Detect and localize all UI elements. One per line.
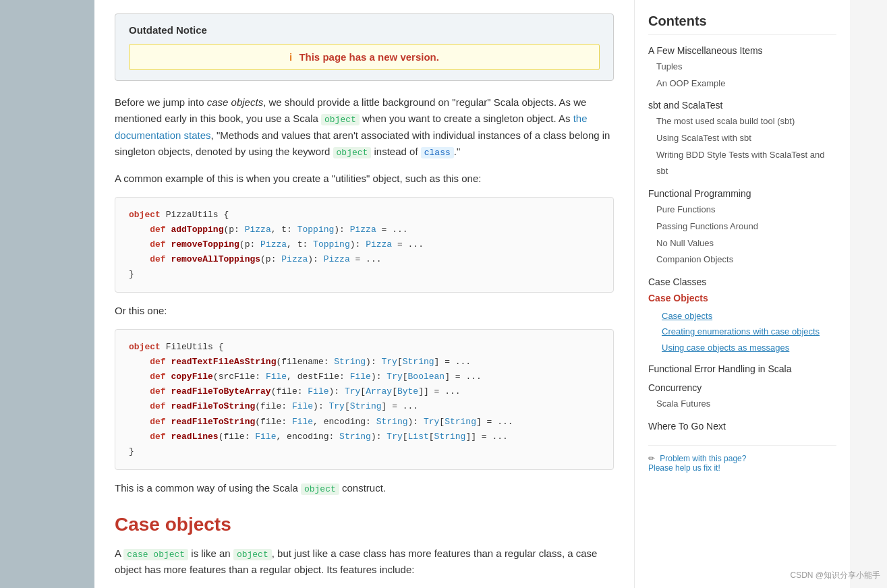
toc-tuples[interactable]: Tuples — [648, 59, 836, 76]
toc-passing-functions[interactable]: Passing Functions Around — [648, 218, 836, 235]
toc-enumerations[interactable]: Creating enumerations with case objects — [648, 324, 836, 339]
info-icon: i — [289, 51, 292, 63]
toc-section-error: Functional Error Handling in Scala — [648, 363, 836, 374]
case-objects-intro: A case object is like an object, but jus… — [115, 546, 614, 579]
fu-line-2: def readTextFileAsString(filename: Strin… — [129, 355, 600, 370]
fu-line-8: } — [129, 444, 600, 459]
problem-link[interactable]: Problem with this page? — [660, 454, 746, 463]
watermark: CSDN @知识分享小能手 — [790, 570, 880, 581]
toc-oop-example[interactable]: An OOP Example — [648, 76, 836, 92]
toc-section-sbt: sbt and ScalaTest The most used scala bu… — [648, 100, 836, 180]
toc-bdd-tests[interactable]: Writing BDD Style Tests with ScalaTest a… — [648, 147, 836, 180]
toc-concurrency-title: Concurrency — [648, 382, 836, 393]
fu-line-7: def readLines(file: File, encoding: Stri… — [129, 430, 600, 444]
toc-next-title: Where To Go Next — [648, 421, 836, 432]
toc-fp-title: Functional Programming — [648, 188, 836, 199]
fu-line-1: object FileUtils { — [129, 340, 600, 355]
code-block-file-utils: object FileUtils { def readTextFileAsStr… — [115, 329, 614, 470]
common-way-text: This is a common way of using the Scala … — [115, 480, 614, 497]
object-inline-code-2: object — [333, 147, 372, 158]
case-objects-heading: Case objects — [115, 514, 614, 535]
toc-messages[interactable]: Using case objects as messages — [648, 340, 836, 355]
outdated-title: Outdated Notice — [129, 24, 600, 36]
toc-sbt-tool[interactable]: The most used scala build tool (sbt) — [648, 113, 836, 130]
outdated-banner: i This page has a new version. — [129, 44, 600, 70]
problem-link-section: ✏ Problem with this page? Please help us… — [648, 445, 836, 473]
toc-case-objects-sub[interactable]: Case objects — [648, 308, 836, 324]
intro-paragraph: Before we jump into case objects, we sho… — [115, 94, 614, 160]
left-panel — [0, 0, 94, 588]
code-line-3: def removeTopping(p: Pizza, t: Topping):… — [129, 237, 600, 252]
outdated-notice-box: Outdated Notice i This page has a new ve… — [115, 13, 614, 81]
toc-pure-functions[interactable]: Pure Functions — [648, 202, 836, 218]
fu-line-4: def readFileToByteArray(file: File): Try… — [129, 384, 600, 399]
toc-section-case-classes: Case Classes Case Objects Case objects C… — [648, 276, 836, 355]
toc-section-concurrency: Concurrency Scala Futures — [648, 382, 836, 413]
code-block-pizza-utils: object PizzaUtils { def addTopping(p: Pi… — [115, 197, 614, 293]
fu-line-6: def readFileToString(file: File, encodin… — [129, 415, 600, 430]
main-content: Outdated Notice i This page has a new ve… — [94, 0, 634, 588]
toc-section-misc: A Few Miscellaneous Items Tuples An OOP … — [648, 45, 836, 92]
toc-case-classes-title: Case Classes — [648, 276, 836, 287]
code-line-5: } — [129, 267, 600, 282]
code-line-1: object PizzaUtils { — [129, 208, 600, 223]
pencil-icon: ✏ — [648, 454, 655, 463]
toc-no-null[interactable]: No Null Values — [648, 235, 836, 252]
toc-section-next: Where To Go Next — [648, 421, 836, 432]
or-this-text: Or this one: — [115, 303, 614, 319]
toc-error-title: Functional Error Handling in Scala — [648, 363, 836, 374]
object-inline-code-1: object — [321, 114, 360, 125]
toc-scala-futures[interactable]: Scala Futures — [648, 396, 836, 413]
outdated-banner-text: This page has a new version. — [299, 51, 439, 63]
help-fix-link[interactable]: Please help us fix it! — [648, 463, 720, 473]
code-line-2: def addTopping(p: Pizza, t: Topping): Pi… — [129, 223, 600, 237]
case-object-code-1: case object — [123, 549, 188, 560]
toc-misc-title: A Few Miscellaneous Items — [648, 45, 836, 56]
common-example-text: A common example of this is when you cre… — [115, 171, 614, 187]
contents-title: Contents — [648, 13, 836, 35]
toc-case-objects-active: Case Objects — [648, 290, 836, 307]
fu-line-3: def copyFile(srcFile: File, destFile: Fi… — [129, 370, 600, 384]
fu-line-5: def readFileToString(file: File): Try[St… — [129, 399, 600, 414]
object-inline-code-3: object — [301, 483, 339, 495]
toc-scalatest-sbt[interactable]: Using ScalaTest with sbt — [648, 130, 836, 147]
class-inline-code: class — [421, 147, 454, 158]
right-sidebar: Contents A Few Miscellaneous Items Tuple… — [634, 0, 850, 588]
toc-companion-objects[interactable]: Companion Objects — [648, 252, 836, 268]
toc-sbt-title: sbt and ScalaTest — [648, 100, 836, 111]
toc-section-fp: Functional Programming Pure Functions Pa… — [648, 188, 836, 268]
case-object-code-2: object — [233, 549, 272, 560]
code-line-4: def removeAllToppings(p: Pizza): Pizza =… — [129, 252, 600, 267]
